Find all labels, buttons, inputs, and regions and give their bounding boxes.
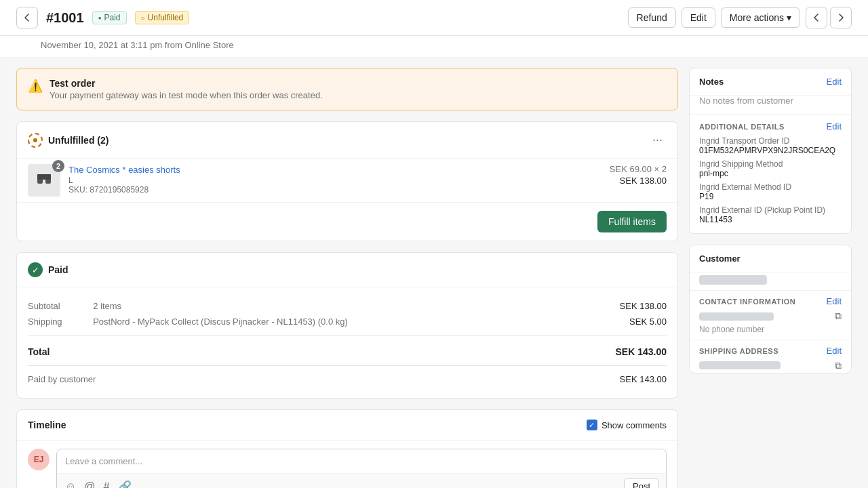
next-order-button[interactable] (830, 7, 852, 28)
product-sku: SKU: 8720195085928 (68, 185, 601, 195)
order-number: #1001 (46, 10, 84, 26)
shipping-method-value: pnl-mpc (699, 169, 842, 178)
ext-id-value: NL11453 (699, 215, 842, 224)
product-unit-price: SEK 69.00 × 2 (610, 164, 667, 174)
product-name-link[interactable]: The Cosmics * easies shorts (68, 165, 180, 175)
shipping-value: SEK 5.00 (577, 314, 667, 329)
product-total-price: SEK 138.00 (620, 176, 667, 186)
contact-email-row: ⧉ (690, 309, 851, 323)
copy-address-icon[interactable]: ⧉ (835, 360, 842, 371)
chevron-down-icon: ▾ (787, 12, 791, 23)
product-variant: L (68, 176, 601, 185)
unfulfilled-more-button[interactable]: ··· (648, 131, 667, 148)
additional-details-edit-link[interactable]: Edit (827, 121, 842, 131)
attachment-button[interactable]: 🔗 (117, 479, 133, 488)
paid-card: ✓ Paid Subtotal 2 items SEK 138.00 Shipp… (16, 252, 678, 399)
payment-total-table: Total SEK 143.00 (28, 341, 667, 360)
product-quantity: 2 (52, 160, 64, 172)
contact-edit-link[interactable]: Edit (827, 296, 842, 306)
paid-by-label: Paid by customer (28, 371, 406, 387)
subtotal-value: SEK 138.00 (577, 298, 667, 314)
mention-button[interactable]: @ (83, 479, 96, 489)
more-actions-label: More actions (730, 12, 784, 23)
customer-name-blurred (699, 275, 767, 285)
copy-email-icon[interactable]: ⧉ (835, 310, 842, 322)
unfulfilled-card: Unfulfilled (2) ··· (16, 121, 678, 241)
refund-button[interactable]: Refund (628, 7, 676, 28)
comment-input-wrap: ☺ @ # 🔗 Post (56, 449, 667, 488)
unfulfilled-badge: Unfulfilled (135, 11, 190, 24)
total-value: SEK 143.00 (220, 341, 667, 360)
notes-title: Notes (699, 77, 724, 87)
shipping-method-label: Ingrid Shipping Method (699, 159, 842, 169)
contact-email-blurred (699, 312, 774, 321)
shipping-address-row: ⧉ (690, 359, 851, 373)
paid-by-table: Paid by customer SEK 143.00 (28, 371, 667, 387)
notes-card: Notes Edit No notes from customer ADDITI… (689, 68, 852, 234)
customer-card: Customer CONTACT INFORMATION Edit ⧉ No p… (689, 245, 852, 373)
svg-rect-3 (37, 174, 51, 180)
hashtag-button[interactable]: # (102, 479, 111, 489)
unfulfilled-status-icon (28, 133, 43, 148)
ext-id-label: Ingrid External ID (Pickup Point ID) (699, 205, 842, 215)
product-row: 2 The Cosmics * easies shorts L SKU: 872… (17, 159, 677, 202)
fulfill-items-button[interactable]: Fulfill items (597, 211, 667, 232)
svg-point-0 (33, 138, 37, 142)
back-button[interactable] (16, 7, 38, 28)
transport-id-value: 01FM532APMRVPX9N2JRS0CEA2Q (699, 146, 842, 155)
product-image-wrap: 2 (28, 164, 60, 197)
additional-details-label: ADDITIONAL DETAILS (699, 123, 785, 131)
timeline-title: Timeline (28, 420, 66, 430)
alert-text: Your payment gateway was in test mode wh… (50, 90, 323, 100)
subtotal-label: Subtotal (28, 298, 93, 314)
ext-method-value: P19 (699, 192, 842, 201)
test-order-alert: ⚠️ Test order Your payment gateway was i… (16, 68, 678, 110)
shipping-desc: PostNord - MyPack Collect (Discus Pijnac… (93, 314, 577, 329)
transport-id-label: Ingrid Transport Order ID (699, 136, 842, 146)
edit-button[interactable]: Edit (682, 7, 715, 28)
payment-summary-table: Subtotal 2 items SEK 138.00 Shipping Pos… (28, 298, 667, 329)
subtotal-items: 2 items (93, 298, 577, 314)
ext-method-label: Ingrid External Method ID (699, 182, 842, 192)
address-line-1-blurred (699, 361, 781, 369)
more-actions-button[interactable]: More actions ▾ (721, 7, 800, 28)
timeline-section: Timeline ✓ Show comments EJ ☺ @ (16, 409, 678, 488)
show-comments-label: Show comments (601, 420, 667, 430)
shipping-address-edit-link[interactable]: Edit (827, 346, 842, 356)
shipping-label: Shipping (28, 314, 93, 329)
post-button[interactable]: Post (624, 478, 659, 488)
ext-method-row: Ingrid External Method ID P19 (690, 180, 851, 203)
alert-title: Test order (50, 78, 323, 89)
order-date: November 10, 2021 at 3:11 pm from Online… (41, 40, 234, 50)
ext-id-row: Ingrid External ID (Pickup Point ID) NL1… (690, 203, 851, 226)
show-comments-toggle[interactable]: ✓ Show comments (587, 420, 667, 430)
total-label: Total (28, 341, 220, 360)
paid-by-value: SEK 143.00 (406, 371, 667, 387)
emoji-button[interactable]: ☺ (64, 479, 77, 489)
no-phone-text: No phone number (690, 323, 851, 340)
comment-area: EJ ☺ @ # 🔗 Post (17, 441, 677, 488)
avatar: EJ (28, 449, 50, 470)
shipping-address-label: SHIPPING ADDRESS (699, 347, 778, 355)
comment-input[interactable] (57, 449, 666, 473)
paid-status-icon: ✓ (28, 262, 43, 277)
warning-icon: ⚠️ (28, 79, 43, 94)
customer-title: Customer (699, 253, 741, 264)
paid-title: Paid (48, 264, 68, 275)
no-notes-text: No notes from customer (690, 96, 851, 114)
show-comments-checkbox[interactable]: ✓ (587, 420, 597, 430)
paid-badge: Paid (92, 11, 127, 24)
prev-order-button[interactable] (806, 7, 827, 28)
contact-info-label: CONTACT INFORMATION (699, 298, 795, 306)
unfulfilled-title: Unfulfilled (2) (48, 135, 108, 146)
shipping-method-row: Ingrid Shipping Method pnl-mpc (690, 157, 851, 180)
transport-id-row: Ingrid Transport Order ID 01FM532APMRVPX… (690, 134, 851, 157)
notes-edit-link[interactable]: Edit (827, 77, 842, 87)
